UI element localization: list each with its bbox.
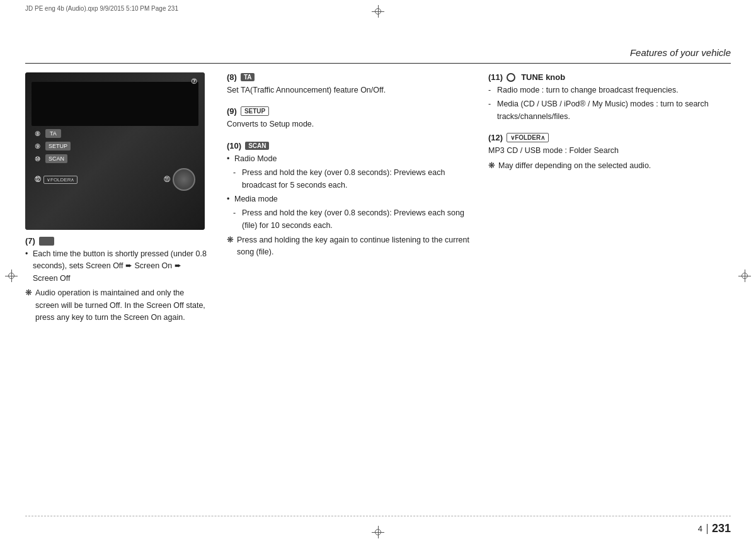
section-10-body: • Radio Mode - Press and hold the key (o… bbox=[227, 153, 469, 259]
scan-button-label: SCAN bbox=[245, 142, 269, 150]
section-8-num: (8) TA bbox=[227, 72, 469, 82]
section-12-num: (12) ∨FOLDER∧ bbox=[488, 133, 731, 142]
section-11-body: - Radio mode : turn to change broadcast … bbox=[488, 84, 731, 123]
page-divider bbox=[707, 524, 707, 534]
right-column: (11) TUNE knob - Radio mode : turn to ch… bbox=[488, 72, 731, 510]
section-7-num: (7) bbox=[25, 236, 208, 246]
crosshair-top bbox=[372, 5, 384, 18]
page-title: Features of your vehicle bbox=[630, 47, 731, 58]
setup-button-label: SETUP bbox=[241, 106, 269, 116]
header-rule bbox=[25, 63, 731, 64]
page-num: 231 bbox=[712, 522, 731, 535]
crosshair-bottom bbox=[372, 526, 384, 538]
section-7-body: • Each time the button is shortly presse… bbox=[25, 248, 208, 324]
footer-rule bbox=[25, 516, 731, 516]
ta-button-label: TA bbox=[241, 73, 255, 81]
folder-button-label: ∨FOLDER∧ bbox=[507, 133, 549, 142]
page-number-area: 4 231 bbox=[698, 522, 731, 535]
tune-circle-icon bbox=[507, 73, 515, 82]
print-header: JD PE eng 4b (Audio).qxp 9/9/2015 5:10 P… bbox=[25, 5, 178, 12]
section-9-body: Converts to Setup mode. bbox=[227, 118, 469, 130]
crosshair-left bbox=[5, 270, 18, 282]
moon-icon bbox=[39, 237, 54, 246]
content-area: ⑧ TA ⑨ SETUP ⑩ SCAN bbox=[25, 72, 731, 510]
section-7: (7) • Each time the button is shortly pr… bbox=[25, 236, 208, 324]
mid-column: (8) TA Set TA(Traffic Announcement) feat… bbox=[227, 72, 469, 510]
section-9-num: (9) SETUP bbox=[227, 106, 469, 116]
page-section: 4 bbox=[698, 524, 702, 533]
crosshair-right bbox=[738, 270, 751, 282]
section-10-num: (10) SCAN bbox=[227, 141, 469, 151]
section-12-body: MP3 CD / USB mode : Folder Search ❋ May … bbox=[488, 145, 731, 172]
car-audio-image: ⑧ TA ⑨ SETUP ⑩ SCAN bbox=[25, 72, 205, 230]
section-11-num: (11) TUNE knob bbox=[488, 72, 731, 82]
left-column: ⑧ TA ⑨ SETUP ⑩ SCAN bbox=[25, 72, 208, 510]
section-8-body: Set TA(Traffic Announcement) feature On/… bbox=[227, 84, 469, 96]
